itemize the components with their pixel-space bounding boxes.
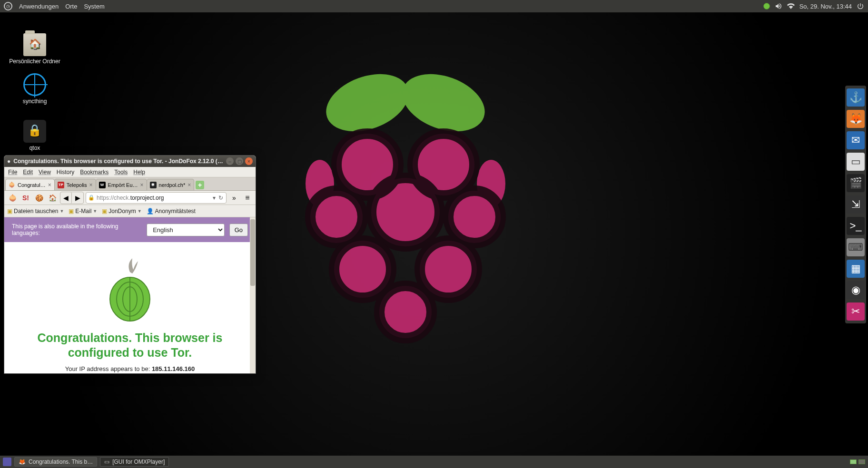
chevron-down-icon: ▼	[59, 209, 64, 214]
menu-help[interactable]: Help	[133, 169, 145, 176]
browser-tabbar: 🧅Congratul…×TPTelepolis×WEmpört Eu…×✱ner…	[4, 177, 256, 191]
jondo-icon[interactable]: 🧅	[7, 192, 18, 204]
dock-scanner-app[interactable]: ⌨	[847, 238, 865, 256]
menu-hamburger-button[interactable]: ≡	[242, 192, 253, 204]
show-desktop-button[interactable]	[3, 458, 11, 466]
taskbar-item-1[interactable]: ▭[GUI for OMXPlayer]	[100, 457, 169, 467]
dock-video-app[interactable]: 🎬	[847, 174, 865, 192]
tor-onion-icon	[104, 255, 156, 322]
svg-point-3	[413, 134, 474, 195]
home-button[interactable]: 🏠	[47, 192, 58, 204]
url-dropdown-icon[interactable]: ▾	[213, 195, 216, 201]
wifi-icon[interactable]	[787, 2, 795, 10]
dock-thunderbird-app[interactable]: ✉	[847, 131, 865, 149]
taskbar-item-0[interactable]: 🦊Congratulations. This b…	[14, 457, 97, 467]
menu-applications[interactable]: Anwendungen	[19, 3, 59, 10]
svg-point-5	[371, 178, 440, 246]
window-title: Congratulations. This browser is configu…	[13, 158, 223, 165]
window-titlebar[interactable]: ● Congratulations. This browser is confi…	[4, 156, 256, 167]
identity-button[interactable]: S!	[20, 192, 31, 204]
menu-tools[interactable]: Tools	[114, 169, 128, 176]
tab-label: Congratul…	[18, 182, 46, 188]
task-icon: 🦊	[19, 458, 26, 465]
menu-file[interactable]: File	[8, 169, 17, 176]
url-text: https://check.torproject.org	[97, 195, 211, 201]
tab-close-icon[interactable]: ×	[140, 182, 144, 188]
distro-logo-icon[interactable]: ◷	[4, 2, 12, 10]
clock-datetime[interactable]: So, 29. Nov., 13:44	[799, 3, 852, 10]
window-minimize-button[interactable]: –	[226, 157, 234, 165]
bookmark-label: JonDonym	[108, 208, 136, 214]
svg-point-9	[379, 286, 432, 338]
tab-3[interactable]: ✱nerdpol.ch*×	[147, 179, 195, 190]
language-select[interactable]: English	[147, 224, 224, 236]
browser-menubar: File Edit View History Bookmarks Tools H…	[4, 167, 256, 177]
dock-anchor-app[interactable]: ⚓	[847, 88, 865, 107]
task-label: [GUI for OMXPlayer]	[112, 458, 165, 465]
window-maximize-button[interactable]: ▢	[236, 157, 243, 165]
menu-system[interactable]: System	[84, 3, 104, 10]
bookmark-item-1[interactable]: ▣E-Mail▼	[69, 208, 97, 214]
desktop-icon-syncthing[interactable]: syncthing	[9, 73, 61, 105]
user-icon: 👤	[147, 208, 154, 214]
lock-icon: 🔒	[88, 195, 95, 201]
tab-2[interactable]: WEmpört Eu…×	[96, 179, 147, 190]
chevron-down-icon: ▼	[138, 209, 142, 214]
window-close-button[interactable]: ×	[245, 157, 253, 165]
bookmark-item-2[interactable]: ▣JonDonym▼	[102, 208, 141, 214]
svg-point-8	[420, 241, 477, 298]
menu-places[interactable]: Orte	[65, 3, 77, 10]
bookmark-item-0[interactable]: ▣Dateien tauschen▼	[7, 208, 64, 214]
dock-export-app[interactable]: ⇲	[847, 195, 865, 214]
svg-point-13	[413, 134, 474, 195]
new-tab-button[interactable]: +	[196, 181, 204, 189]
reload-button[interactable]: ↻	[218, 195, 223, 201]
page-scrollbar[interactable]	[250, 217, 256, 373]
url-bar[interactable]: 🔒 https://check.torproject.org ▾ ↻	[86, 192, 227, 204]
scrollbar-thumb[interactable]	[250, 219, 255, 286]
volume-icon[interactable]	[775, 2, 782, 10]
desktop-icon-qtox[interactable]: qtox	[9, 120, 61, 151]
tab-1[interactable]: TPTelepolis×	[54, 179, 96, 190]
menu-bookmarks[interactable]: Bookmarks	[80, 169, 108, 176]
page-content: This page is also available in the follo…	[4, 217, 256, 373]
language-bar-text: This page is also available in the follo…	[12, 223, 142, 236]
tab-label: Empört Eu…	[108, 182, 138, 188]
menu-history[interactable]: History	[57, 169, 74, 176]
desktop-icon-home-folder[interactable]: Persönlicher Ordner	[9, 33, 61, 65]
forward-button[interactable]: ▶	[72, 192, 83, 204]
go-button[interactable]: Go	[229, 224, 248, 236]
dock-terminal-app[interactable]: >_	[847, 217, 865, 235]
dock-calculator-app[interactable]: ▦	[847, 260, 865, 278]
svg-point-16	[448, 191, 501, 243]
network-indicator-icon[interactable]	[763, 3, 770, 10]
bookmark-item-3[interactable]: 👤Anonymitätstest	[147, 208, 196, 214]
desktop-icon-label: syncthing	[9, 98, 61, 105]
workspace-2[interactable]	[858, 459, 865, 464]
dock-screenshot-app[interactable]: ✂	[847, 302, 865, 321]
ip-line: Your IP address appears to be: 185.11.14…	[12, 365, 248, 372]
menu-edit[interactable]: Edit	[23, 169, 33, 176]
tab-close-icon[interactable]: ×	[89, 182, 93, 188]
menu-view[interactable]: View	[39, 169, 51, 176]
power-icon[interactable]	[857, 2, 864, 10]
workspace-1[interactable]	[850, 459, 857, 464]
desktop-icon-label: Persönlicher Ordner	[9, 58, 61, 65]
svg-point-0	[318, 69, 417, 142]
chevron-down-icon: ▼	[93, 209, 97, 214]
overflow-icon[interactable]: »	[228, 192, 240, 204]
svg-point-17	[334, 241, 391, 298]
back-button[interactable]: ◀	[60, 192, 72, 204]
dock-firefox-app[interactable]: 🦊	[847, 110, 865, 128]
tab-close-icon[interactable]: ×	[48, 182, 51, 188]
desktop[interactable]: Persönlicher Ordnersyncthingqtox ● Congr…	[0, 12, 868, 456]
dock-document-app[interactable]: ▭	[847, 153, 865, 171]
syncthing-icon	[23, 73, 46, 96]
onion-favicon-icon: ●	[7, 158, 10, 165]
tab-0[interactable]: 🧅Congratul…×	[5, 179, 55, 190]
bookmarks-toolbar: ▣Dateien tauschen▼▣E-Mail▼▣JonDonym▼👤Ano…	[4, 205, 256, 217]
tab-close-icon[interactable]: ×	[187, 182, 191, 188]
cookies-icon[interactable]: 🍪	[33, 192, 45, 204]
dock-archive-app[interactable]: ◉	[847, 281, 865, 299]
language-bar: This page is also available in the follo…	[4, 217, 256, 242]
